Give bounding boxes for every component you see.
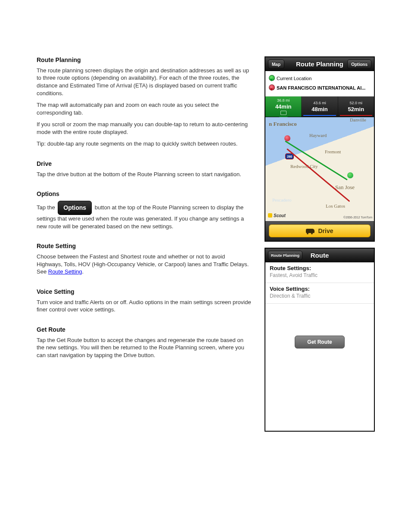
destination-row[interactable]: SAN FRANCISCO INTERNATIONAL AI...: [269, 83, 371, 93]
locations-panel: Current Location SAN FRANCISCO INTERNATI…: [265, 71, 374, 96]
drive-bar: Drive: [265, 221, 374, 241]
drive-button-label: Drive: [318, 227, 333, 234]
heading-options: Options: [37, 190, 252, 198]
voice-settings-label: Voice Settings:: [270, 286, 370, 292]
route-tab-1-time: 44min: [275, 103, 292, 110]
route-tab-2-distance: 43.6 mi: [313, 101, 326, 105]
map-label-fremont: Fremont: [325, 149, 341, 154]
route-tab-1[interactable]: 36.8 mi 44min: [265, 96, 302, 117]
para-voice-setting: Turn voice and traffic Alerts on or off.…: [37, 299, 252, 314]
destination-label: SAN FRANCISCO INTERNATIONAL AI...: [277, 85, 365, 90]
route-settings-value: Fastest, Avoid Traffic: [270, 272, 370, 278]
map-label-hayward: Hayward: [309, 133, 327, 138]
para-tip: Tip: double-tap any route segments on th…: [37, 140, 252, 148]
heading-route-planning: Route Planning: [37, 56, 252, 64]
route-tabs: 36.8 mi 44min 43.6 mi 48min 52.0 mi 52mi…: [265, 96, 374, 117]
origin-marker-icon: [347, 172, 353, 178]
map-label-sanjose: San Jose: [335, 184, 355, 191]
para-route-setting-close: .: [82, 268, 84, 275]
map-icon: [280, 111, 286, 115]
back-route-planning-button[interactable]: Route Planning: [268, 251, 302, 260]
screenshot-route-options: Route Planning Route Route Settings: Fas…: [265, 248, 375, 432]
map-button[interactable]: Map: [268, 59, 284, 69]
link-route-setting[interactable]: Route Setting: [48, 268, 82, 275]
route-tab-2[interactable]: 43.6 mi 48min: [302, 96, 338, 117]
map-label-sf: n Francisco: [269, 121, 297, 128]
origin-row[interactable]: Current Location: [269, 74, 371, 83]
para-get-route: Tap the Get Route button to accept the c…: [37, 336, 252, 359]
get-route-button[interactable]: Get Route: [295, 336, 345, 348]
options-button-inline: Options: [58, 201, 92, 215]
para-doubletap-center: If you scroll or zoom the map manually y…: [37, 121, 252, 136]
origin-pin-icon: [269, 75, 274, 82]
voice-settings-row[interactable]: Voice Settings: Direction & Traffic: [265, 283, 374, 304]
para-auto-center: The map will automatically pan and zoom …: [37, 101, 252, 116]
route-tab-3[interactable]: 52.0 mi 52min: [338, 96, 374, 117]
navbar: Map Route Planning Options: [265, 57, 374, 71]
map-label-danville: Danville: [350, 117, 366, 122]
para-options: Tap the Options button at the top of the…: [37, 201, 252, 230]
para-route-planning-intro: The route planning screen displays the o…: [37, 67, 252, 97]
route-tab-3-distance: 52.0 mi: [350, 101, 363, 105]
route-tab-3-time: 52min: [348, 106, 364, 112]
options-button[interactable]: Options: [347, 59, 371, 69]
heading-route-setting: Route Setting: [37, 242, 252, 250]
navbar-title: Route: [311, 252, 329, 259]
para-route-setting: Choose between the Fastest and Shortest …: [37, 253, 252, 276]
destination-marker-icon: [284, 135, 290, 141]
doc-text-column: Route Planning The route planning screen…: [37, 56, 252, 363]
scout-logo: Scout: [268, 213, 286, 218]
route-settings-label: Route Settings:: [270, 265, 370, 271]
para-drive: Tap the drive button at the bottom of th…: [37, 171, 252, 178]
heading-get-route: Get Route: [37, 326, 252, 334]
drive-button[interactable]: Drive: [269, 224, 371, 237]
para-options-pre: Tap the: [37, 204, 56, 211]
route-tab-1-distance: 36.8 mi: [277, 98, 290, 103]
map-copyright: ©2006-2012 TomTom: [343, 216, 372, 219]
route-tab-2-time: 48min: [311, 106, 328, 112]
heading-voice-setting: Voice Setting: [37, 288, 252, 296]
screenshot-route-planning: Map Route Planning Options Current Locat…: [265, 56, 375, 242]
destination-pin-icon: [269, 84, 274, 91]
heading-drive: Drive: [37, 160, 252, 168]
route-settings-row[interactable]: Route Settings: Fastest, Avoid Traffic: [265, 262, 374, 283]
map-label-pescadero: Pescadero: [272, 197, 292, 202]
navbar-title: Route Planning: [296, 60, 343, 68]
navbar: Route Planning Route: [265, 249, 374, 262]
voice-settings-value: Direction & Traffic: [270, 293, 370, 299]
car-icon: [306, 229, 314, 233]
map-label-losgatos: Los Gatos: [326, 203, 345, 208]
map-view[interactable]: n Francisco Danville Hayward Fremont Red…: [265, 117, 374, 221]
origin-label: Current Location: [277, 76, 311, 81]
